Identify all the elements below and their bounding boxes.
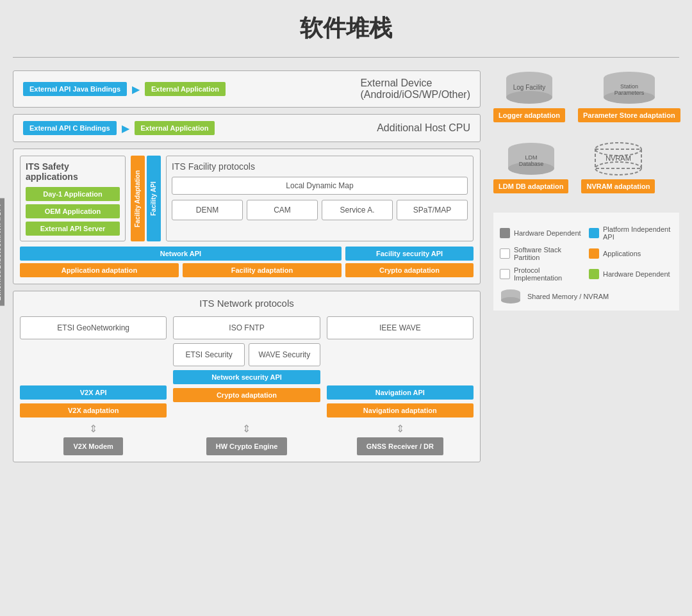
etsi-security: ETSI Security	[173, 343, 245, 366]
arrow-gnss: ⇕	[396, 423, 404, 435]
ext-app-1: External Application	[145, 82, 226, 96]
arrow-right-1: ▶	[132, 83, 140, 95]
legend-swatch-white2	[500, 269, 510, 279]
main-layout: Ethernet/Bluetooth/WiFi/SPI External API…	[13, 70, 679, 462]
network-cols: ETSI GeoNetworking V2X API V2X adaptatio…	[20, 316, 474, 417]
svg-text:Log Facility: Log Facility	[513, 84, 546, 91]
network-col-2: ISO FNTP ETSI Security WAVE Security Net…	[173, 316, 320, 417]
external-device-box: External API Java Bindings ▶ External Ap…	[13, 70, 481, 108]
its-safety-apps: Day-1 Application OEM Application Extern…	[26, 187, 120, 236]
ldm-db-item: LDM Database LDM DB adaptation	[493, 142, 568, 193]
right-panel: Log Facility Logger adaptation Station P…	[493, 70, 679, 462]
left-panel: Ethernet/Bluetooth/WiFi/SPI External API…	[13, 70, 481, 462]
its-combined-box: ITS Safety applications Day-1 Applicatio…	[13, 149, 481, 284]
nvram-cylinder: NVRAM	[593, 142, 644, 177]
log-facility-cylinder: Log Facility	[504, 70, 555, 106]
ext-api-c: External API C Bindings	[23, 121, 117, 135]
navigation-api: Navigation API	[327, 385, 474, 400]
additional-host-title: Additional Host CPU	[377, 122, 470, 134]
svg-text:LDM: LDM	[525, 154, 537, 161]
legend-hardware-dep2: Hardware Dependent	[589, 266, 673, 282]
shared-memory-label: Shared Memory / NVRAM	[527, 293, 609, 300]
legend-hardware-dependent: Hardware Dependent	[500, 225, 584, 241]
its-safety-title: ITS Safety applications	[26, 161, 120, 182]
its-facility-title: ITS Facility protocols	[172, 161, 468, 172]
additional-host-box: External API C Bindings ▶ External Appli…	[13, 114, 481, 142]
page-title: 软件堆栈	[13, 13, 679, 44]
its-network-box: ITS Network protocols ETSI GeoNetworking…	[13, 291, 481, 462]
db-row-1: Log Facility Logger adaptation Station P…	[493, 70, 679, 122]
svg-text:NVRAM: NVRAM	[606, 154, 631, 162]
its-safety-box: ITS Safety applications Day-1 Applicatio…	[20, 156, 126, 241]
legend-software-stack: Software Stack Partition	[500, 246, 584, 261]
legend-protocol-impl: Protocol Implementation	[500, 266, 584, 282]
app-adaptation: Application adaptation	[20, 263, 179, 277]
shared-memory-icon	[500, 288, 522, 304]
ldm-box: Local Dynamic Map	[172, 177, 468, 195]
facility-adaptation: Facility adaptation	[183, 263, 342, 277]
network-col-3: IEEE WAVE Navigation API Navigation adap…	[327, 316, 474, 417]
cam-box: CAM	[247, 200, 318, 220]
v2x-api: V2X API	[20, 385, 167, 400]
arrow-crypto: ⇕	[242, 423, 251, 435]
security-row: ETSI Security WAVE Security	[173, 343, 320, 366]
v2x-adaptation: V2X adaptation	[20, 403, 167, 417]
denm-box: DENM	[172, 200, 243, 220]
crypto-adaptation-top: Crypto adaptation	[345, 263, 474, 277]
network-api-row: Network API Application adaptation Facil…	[20, 247, 474, 277]
facility-api-strip: Facility API	[147, 156, 161, 241]
facility-security-section: Facility security API Crypto adaptation	[345, 247, 474, 277]
legend-platform-independent: Platform Independent API	[589, 225, 673, 241]
gnss-receiver: GNSS Receiver / DR	[357, 437, 443, 455]
ldm-db-adaptation: LDM DB adaptation	[493, 179, 568, 193]
ldm-db-cylinder: LDM Database	[506, 142, 557, 177]
ext-app-2: External Application	[135, 121, 215, 135]
ext-api-java: External API Java Bindings	[23, 82, 127, 96]
log-facility-item: Log Facility Logger adaptation	[493, 70, 565, 122]
db-row-2: LDM Database LDM DB adaptation NVRAM NVR…	[493, 142, 679, 193]
station-params-item: Station Parameters Parameter Store adapt…	[578, 70, 680, 122]
its-network-title: ITS Network protocols	[20, 298, 474, 309]
legend-swatch-gray	[500, 228, 510, 238]
day1-app: Day-1 Application	[26, 187, 120, 201]
nvram-item: NVRAM NVRAM adaptation	[581, 142, 655, 193]
service-a-box: Service A.	[322, 200, 393, 220]
svg-point-20	[501, 297, 520, 304]
title-divider	[13, 57, 679, 58]
ext-device-items: External API Java Bindings ▶ External Ap…	[23, 82, 226, 96]
station-params-cylinder: Station Parameters	[600, 70, 658, 106]
network-api-section: Network API Application adaptation Facil…	[20, 247, 342, 277]
network-api-label: Network API	[20, 247, 342, 261]
facility-adaptation-strip: Facility Adaptation	[131, 156, 145, 241]
hw-arrows-row: ⇕ V2X Modem ⇕ HW Crypto Engine ⇕ GNSS Re…	[20, 423, 474, 455]
arrow-right-2: ▶	[122, 122, 129, 134]
iso-fntp: ISO FNTP	[173, 316, 320, 339]
wave-security: WAVE Security	[249, 343, 320, 366]
legend-panel: Hardware Dependent Platform Independent …	[493, 213, 679, 311]
svg-point-2	[506, 91, 552, 104]
oem-app: OEM Application	[26, 204, 120, 218]
svg-text:Parameters: Parameters	[614, 90, 645, 96]
etsi-geo: ETSI GeoNetworking	[20, 316, 167, 339]
v2x-modem: V2X Modem	[63, 437, 122, 455]
hw-crypto: HW Crypto Engine	[206, 437, 288, 455]
crypto-adaptation-bottom: Crypto adaptation	[173, 388, 320, 402]
external-device-title: External Device (Android/iOS/WP/Other)	[360, 77, 470, 101]
ext-api-server: External API Server	[26, 222, 120, 236]
protocol-row: DENM CAM Service A. SPaT/MAP	[172, 200, 468, 220]
navigation-adaptation: Navigation adaptation	[327, 403, 474, 417]
shared-memory-row: Shared Memory / NVRAM	[500, 288, 673, 304]
additional-host-items: External API C Bindings ▶ External Appli…	[23, 121, 215, 135]
hw-item-3: ⇕ GNSS Receiver / DR	[327, 423, 474, 455]
logger-adaptation: Logger adaptation	[493, 108, 565, 122]
facility-security-api: Facility security API	[345, 247, 474, 261]
side-label: Ethernet/Bluetooth/WiFi/SPI	[0, 199, 4, 306]
network-security-api: Network security API	[173, 370, 320, 384]
legend-grid: Hardware Dependent Platform Independent …	[500, 225, 673, 282]
svg-text:Database: Database	[518, 161, 543, 167]
spat-map-box: SPaT/MAP	[397, 200, 468, 220]
legend-swatch-white1	[500, 248, 510, 259]
param-store-adaptation: Parameter Store adaptation	[578, 108, 680, 122]
legend-swatch-green	[589, 269, 599, 279]
legend-swatch-orange	[589, 248, 599, 259]
